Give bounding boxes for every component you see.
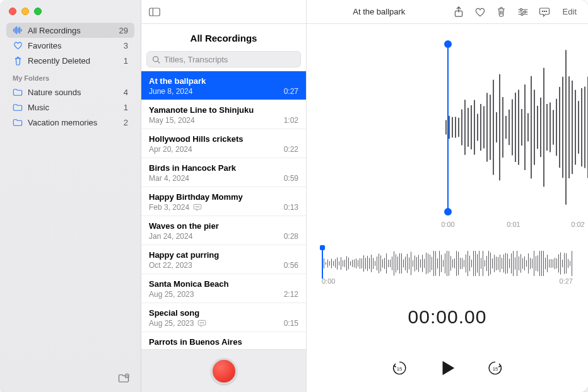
sidebar-folder-item[interactable]: Music1 <box>6 100 134 115</box>
search-field[interactable] <box>146 51 301 67</box>
svg-rect-338 <box>452 259 453 267</box>
svg-rect-281 <box>344 260 345 267</box>
transcript-badge-icon <box>197 320 206 327</box>
playback-settings-button[interactable] <box>515 4 531 20</box>
search-input[interactable] <box>164 55 295 64</box>
svg-rect-341 <box>458 251 459 275</box>
svg-rect-272 <box>327 260 328 268</box>
minimize-window-button[interactable] <box>21 8 29 15</box>
svg-rect-56 <box>531 76 532 179</box>
svg-rect-380 <box>532 258 532 268</box>
svg-rect-54 <box>524 84 526 170</box>
svg-rect-317 <box>413 260 413 267</box>
svg-rect-321 <box>420 259 421 267</box>
svg-rect-33 <box>458 118 459 137</box>
svg-point-26 <box>542 11 543 11</box>
recording-list-item[interactable]: Waves on the pierJan 24, 20240:28 <box>141 216 306 245</box>
sidebar-item-label: Nature sounds <box>28 88 81 97</box>
trim-start-bar[interactable] <box>447 44 449 210</box>
svg-rect-306 <box>392 257 392 270</box>
sidebar-item[interactable]: Favorites3 <box>6 38 134 53</box>
transcribe-button[interactable] <box>536 4 553 20</box>
svg-rect-384 <box>539 251 540 276</box>
svg-rect-318 <box>415 255 415 271</box>
svg-rect-35 <box>464 100 466 154</box>
svg-rect-354 <box>483 251 483 276</box>
recording-list-item[interactable]: Birds in Hancock ParkMar 4, 20240:59 <box>141 158 306 187</box>
folder-icon <box>13 102 23 112</box>
svg-rect-63 <box>553 110 554 144</box>
svg-rect-298 <box>377 257 377 270</box>
sidebar-item-label: Music <box>28 103 49 112</box>
ruler-tick: 0:02 <box>571 221 584 228</box>
recording-list-item[interactable]: Happy cat purringOct 22, 20230:56 <box>141 245 306 274</box>
recording-title: At the ballpark <box>313 7 445 16</box>
svg-rect-43 <box>490 95 491 159</box>
waveform-scrubber[interactable]: 0:00 0:27 <box>322 251 573 286</box>
record-button[interactable] <box>211 358 237 384</box>
svg-rect-276 <box>335 259 336 268</box>
svg-rect-55 <box>527 113 529 142</box>
recordings-pane: All Recordings At the ballparkJune 8, 20… <box>141 0 307 392</box>
svg-point-28 <box>546 11 546 11</box>
svg-rect-57 <box>534 89 535 164</box>
svg-rect-70 <box>575 90 576 165</box>
toolbar: At the ballpark Edit <box>307 0 588 24</box>
svg-rect-315 <box>409 258 409 270</box>
svg-rect-295 <box>371 255 372 272</box>
svg-point-16 <box>203 323 204 323</box>
sidebar-item[interactable]: Recently Deleted1 <box>6 53 134 68</box>
svg-rect-44 <box>493 80 494 175</box>
recording-list-item[interactable]: Special songAug 25, 20230:15 <box>141 303 306 332</box>
skip-forward-15-button[interactable]: 15 <box>483 355 508 381</box>
svg-rect-356 <box>486 256 487 271</box>
svg-rect-325 <box>428 253 428 273</box>
trim-start-handle-bottom[interactable] <box>444 208 452 216</box>
svg-rect-340 <box>456 251 457 276</box>
recording-list-item[interactable]: Santa Monica BeachAug 25, 20232:12 <box>141 274 306 303</box>
close-window-button[interactable] <box>9 8 16 15</box>
recording-list-item[interactable]: Yamanote Line to ShinjukuMay 15, 20241:0… <box>141 100 306 129</box>
detail-pane: At the ballpark Edit <box>307 0 588 392</box>
svg-rect-278 <box>339 262 339 265</box>
skip-back-15-button[interactable]: 15 <box>387 355 412 381</box>
sidebar: All Recordings29Favorites3Recently Delet… <box>0 0 141 392</box>
svg-rect-381 <box>534 251 534 276</box>
play-button[interactable] <box>435 355 460 381</box>
new-folder-button[interactable] <box>115 371 132 386</box>
recording-list-item[interactable]: Hollywood Hills cricketsApr 20, 20240:22 <box>141 129 306 158</box>
sidebar-item[interactable]: All Recordings29 <box>6 23 134 38</box>
svg-rect-378 <box>528 253 529 274</box>
recording-duration: 1:02 <box>284 116 298 125</box>
svg-point-21 <box>520 8 522 10</box>
svg-rect-287 <box>356 258 356 268</box>
recording-list-item[interactable]: At the ballparkJune 8, 20240:27 <box>141 71 306 100</box>
edit-button[interactable]: Edit <box>558 6 582 18</box>
waveform-overview[interactable] <box>307 39 588 216</box>
toggle-sidebar-button[interactable] <box>146 4 163 20</box>
sidebar-item-count: 1 <box>124 56 128 66</box>
svg-rect-331 <box>439 251 440 276</box>
svg-rect-350 <box>475 251 476 276</box>
sidebar-folder-item[interactable]: Vacation memories2 <box>6 115 134 130</box>
svg-rect-388 <box>547 255 548 272</box>
svg-rect-369 <box>511 253 512 274</box>
recording-list-item[interactable]: Happy Birthday MommyFeb 3, 20240:13 <box>141 187 306 216</box>
svg-rect-391 <box>553 259 553 267</box>
sidebar-item-count: 4 <box>124 88 128 97</box>
share-button[interactable] <box>450 4 467 20</box>
svg-rect-286 <box>354 260 355 268</box>
recording-list-item[interactable]: Parrots in Buenos Aires <box>141 332 306 349</box>
sidebar-folder-item[interactable]: Nature sounds4 <box>6 84 134 100</box>
trim-start-handle-top[interactable] <box>444 40 452 48</box>
svg-rect-53 <box>521 109 522 146</box>
zoom-window-button[interactable] <box>34 8 42 15</box>
delete-button[interactable] <box>493 4 510 20</box>
favorite-button[interactable] <box>472 4 488 20</box>
svg-rect-300 <box>380 255 381 271</box>
playhead[interactable] <box>322 248 323 279</box>
svg-rect-401 <box>572 251 572 276</box>
svg-rect-50 <box>512 100 513 156</box>
svg-rect-290 <box>362 258 362 268</box>
svg-point-25 <box>520 13 522 15</box>
